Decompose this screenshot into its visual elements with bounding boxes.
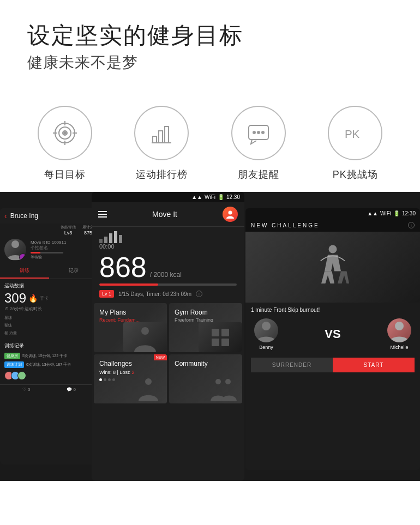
profile-signature: 个性签名 bbox=[31, 245, 66, 251]
main-title: 设定坚实的健身目标 bbox=[27, 22, 393, 49]
challenger-michelle: Michelle bbox=[387, 318, 411, 350]
wifi-icon-r: WiFi bbox=[380, 210, 391, 216]
svg-point-19 bbox=[141, 327, 149, 335]
calories-burned: 309 🔥 千卡 bbox=[0, 291, 98, 306]
feature-label-pk: PK挑战场 bbox=[333, 168, 378, 181]
challenger-avatar-michelle bbox=[387, 318, 411, 342]
level-value: Lv3 bbox=[61, 230, 76, 236]
like-action[interactable]: ♡ 3 bbox=[22, 387, 30, 392]
status-time-main: 12:30 bbox=[226, 194, 240, 200]
svg-point-13 bbox=[253, 131, 255, 134]
header-section: 设定坚实的健身目标 健康未来不是梦 bbox=[0, 0, 420, 84]
level-row: Lv 1 1/15 Days, Timer: 0d 23h 09m i bbox=[92, 290, 244, 303]
comment-action[interactable]: 💬 0 bbox=[67, 387, 76, 392]
svg-point-17 bbox=[11, 240, 19, 248]
svg-point-25 bbox=[215, 379, 221, 384]
profile-name: Bruce Ing bbox=[10, 212, 38, 220]
svg-point-28 bbox=[262, 322, 271, 330]
status-bar-right: ▲▲ WiFi 🔋 12:30 bbox=[245, 208, 420, 219]
calories-unit: / 2000 kcal bbox=[150, 271, 182, 279]
card-gym-title: Gym Room bbox=[175, 309, 237, 316]
exercise-list: 翟练 翟练 翟 力量 bbox=[0, 312, 98, 339]
sub-title: 健康未来不是梦 bbox=[27, 52, 393, 73]
svg-point-27 bbox=[329, 245, 337, 254]
calories-number: 868 bbox=[99, 253, 147, 281]
back-arrow-icon: ‹ bbox=[4, 212, 7, 220]
fire-icon: 🔥 bbox=[28, 294, 38, 303]
challenge-description: 1 minute Front Skip burnout! bbox=[245, 303, 420, 315]
vs-text: VS bbox=[325, 327, 340, 341]
card-gym-room[interactable]: Gym Room Freeform Training bbox=[169, 303, 242, 352]
action-row: ♡ 3 💬 0 bbox=[0, 384, 98, 394]
profile-tabs: 训练 记录 bbox=[0, 264, 98, 279]
svg-point-26 bbox=[225, 379, 231, 384]
signal-icon-r: ▲▲ bbox=[367, 210, 378, 216]
challenger-avatar-benny bbox=[254, 318, 278, 342]
calories-progress-bar bbox=[99, 283, 237, 286]
chart-icon bbox=[134, 106, 189, 160]
challenger-name-benny: Benny bbox=[259, 345, 273, 350]
svg-rect-20 bbox=[212, 329, 219, 336]
svg-rect-23 bbox=[221, 339, 229, 346]
record-item-1: 健身房 5次训练, 15分钟, 122 千卡 bbox=[0, 352, 98, 360]
challenge-image bbox=[245, 232, 420, 303]
phone-profile: ‹ Bruce Ing 体能评估 Lv3 累计分 875 bbox=[0, 208, 98, 464]
signal-icon: ▲▲ bbox=[191, 194, 202, 200]
challenger-benny: Benny bbox=[254, 318, 278, 350]
unit-kcal: 千卡 bbox=[40, 295, 49, 301]
svg-rect-22 bbox=[212, 339, 219, 346]
user-avatar-main[interactable] bbox=[223, 207, 238, 222]
challenge-info-icon: i bbox=[408, 222, 415, 228]
battery-icon: 🔋 bbox=[218, 194, 224, 200]
start-button[interactable]: START bbox=[333, 358, 415, 372]
svg-point-15 bbox=[262, 131, 264, 134]
svg-point-29 bbox=[395, 322, 404, 330]
card-community-title: Community bbox=[175, 360, 237, 367]
level-badge: Lv 1 bbox=[99, 290, 114, 298]
feature-pk: PK PK挑战场 bbox=[328, 106, 382, 181]
vs-section: Benny VS Michelle bbox=[245, 315, 420, 353]
new-badge: NEW bbox=[154, 354, 167, 360]
feature-leaderboard: 运动排行榜 bbox=[134, 106, 189, 181]
like-count: 3 bbox=[28, 387, 30, 392]
feature-daily-goal: 每日目标 bbox=[38, 106, 92, 181]
pk-icon: PK bbox=[328, 106, 382, 160]
challenge-buttons: SURRENDER START bbox=[251, 358, 415, 372]
card-my-plans[interactable]: My Plans Recent: Fundam... bbox=[94, 303, 167, 352]
feature-label-daily-goal: 每日目标 bbox=[44, 168, 86, 181]
like-icon: ♡ bbox=[22, 387, 26, 392]
svg-rect-9 bbox=[159, 131, 163, 143]
card-community[interactable]: Community bbox=[169, 354, 242, 403]
duration-text: ⏱ 28分钟 运动时长 bbox=[0, 306, 98, 312]
level-label: 体能评估 bbox=[61, 225, 76, 230]
challenger-name-michelle: Michelle bbox=[390, 345, 408, 350]
xp-bar bbox=[31, 252, 63, 254]
profile-avatar bbox=[4, 239, 26, 261]
svg-point-14 bbox=[257, 131, 260, 134]
phone-main: ▲▲ WiFi 🔋 12:30 Move It bbox=[92, 192, 244, 481]
tab-record[interactable]: 记录 bbox=[49, 264, 98, 279]
days-text: 1/15 Days, Timer: 0d 23h 09m bbox=[118, 291, 191, 297]
status-time-right: 12:30 bbox=[402, 210, 416, 216]
dot bbox=[112, 378, 115, 381]
tab-training[interactable]: 训练 bbox=[0, 264, 49, 279]
svg-rect-8 bbox=[153, 136, 157, 143]
main-phone-header: Move It bbox=[92, 202, 244, 227]
surrender-button[interactable]: SURRENDER bbox=[251, 358, 333, 372]
phones-section: ‹ Bruce Ing 体能评估 Lv3 累计分 875 bbox=[0, 192, 420, 481]
battery-icon-r: 🔋 bbox=[393, 210, 400, 216]
exercise-section-title: 运动数据 bbox=[0, 279, 98, 291]
calories-row: 00:00 bbox=[92, 243, 244, 250]
svg-point-3 bbox=[64, 132, 66, 134]
wifi-icon: WiFi bbox=[205, 194, 215, 200]
card-challenges[interactable]: NEW Challenges Wins: 8 | Lost: 2 bbox=[94, 354, 167, 403]
feature-friend-reminder: 朋友提醒 bbox=[231, 106, 286, 181]
tag-plan: 训练计划 bbox=[4, 361, 24, 368]
info-icon: i bbox=[196, 291, 202, 297]
feature-label-friend-reminder: 朋友提醒 bbox=[238, 168, 279, 181]
tag-fitness: 健身房 bbox=[4, 353, 20, 359]
record-item-2: 训练计划 6次训练, 13分钟, 187 千卡 bbox=[0, 360, 98, 369]
svg-point-24 bbox=[145, 378, 152, 385]
features-row: 每日目标 运动排行榜 朋友提醒 bbox=[0, 84, 420, 192]
hamburger-menu[interactable] bbox=[98, 211, 107, 218]
